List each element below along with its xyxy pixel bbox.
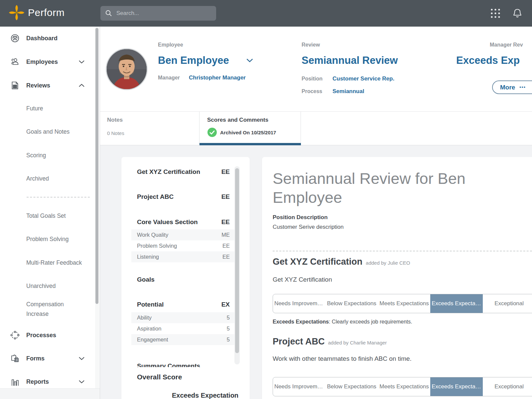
- sidebar-item-archived[interactable]: Archived: [0, 172, 94, 185]
- position-description-label: Position Description: [273, 214, 328, 221]
- sidebar-item-scoring[interactable]: Scoring: [0, 149, 94, 162]
- review-label: Review: [302, 42, 320, 48]
- sidebar-scrollbar[interactable]: [95, 27, 99, 388]
- section-title: Project ABC: [273, 336, 325, 346]
- score-row-label: Listening: [137, 254, 159, 260]
- score-subrow-problem-solving[interactable]: Problem Solving EE: [131, 240, 235, 251]
- active-tab-underline: [200, 143, 301, 145]
- sidebar-item-goals-and-notes[interactable]: Goals and Notes: [0, 125, 94, 138]
- manager-link[interactable]: Christopher Manager: [189, 74, 246, 81]
- apps-grid-icon[interactable]: [490, 8, 501, 19]
- score-row-core-values-section[interactable]: Core Values Section EE: [121, 218, 240, 228]
- score-row-summary-comments[interactable]: Summary Comments: [121, 362, 240, 367]
- scale-option-needs-improvement[interactable]: Needs Improvement: [273, 294, 326, 313]
- scale-option-meets-expectations[interactable]: Meets Expectations: [378, 294, 431, 313]
- score-subrow-work-quality[interactable]: Work Quality ME: [131, 229, 235, 240]
- sidebar-item-future[interactable]: Future: [0, 102, 94, 115]
- search-box[interactable]: [100, 6, 216, 21]
- sidebar: Dashboard Employees: [0, 27, 100, 399]
- score-summary-card: Get XYZ Certification EE Project ABC EE …: [121, 157, 250, 399]
- section-title: Get XYZ Certification: [273, 257, 362, 267]
- review-detail-title: Semiannual Review for Ben Employee: [273, 169, 485, 207]
- sidebar-item-label: Archived: [26, 175, 49, 182]
- score-row-get-xyz-certification[interactable]: Get XYZ Certification EE: [121, 168, 240, 178]
- score-row-value: 5: [227, 315, 230, 321]
- scale-option-exceptional[interactable]: Exceptional: [483, 377, 532, 396]
- employee-label: Employee: [158, 42, 183, 48]
- scale-option-needs-improvement[interactable]: Needs Improvement: [273, 377, 326, 396]
- score-row-goals[interactable]: Goals: [121, 276, 240, 286]
- sidebar-horizontal-scrollbar[interactable]: [0, 388, 100, 399]
- sidebar-item-reviews[interactable]: Reviews: [0, 79, 94, 92]
- tab-scores-and-comments[interactable]: Scores and Comments Archived On 10/25/20…: [200, 112, 301, 145]
- score-row-project-abc[interactable]: Project ABC EE: [121, 193, 240, 203]
- sidebar-item-label: Goals and Notes: [26, 128, 69, 135]
- process-link[interactable]: Semiannual: [332, 88, 364, 95]
- sidebar-item-label: Forms: [26, 355, 45, 362]
- manager-review-score-label: Manager Rev: [490, 42, 523, 48]
- sidebar-item-total-goals-set[interactable]: Total Goals Set: [0, 209, 94, 222]
- tab-notes[interactable]: Notes 0 Notes: [100, 112, 200, 145]
- score-row-label: Project ABC: [137, 193, 174, 203]
- score-subrow-aspiration[interactable]: Aspiration 5: [131, 323, 235, 334]
- score-row-potential[interactable]: Potential EX: [121, 301, 240, 311]
- score-row-value: EX: [221, 301, 230, 311]
- sidebar-item-multi-rater-feedback[interactable]: Multi-Rater Feedback: [0, 256, 94, 269]
- sidebar-scrollbar-thumb[interactable]: [95, 28, 98, 304]
- employee-name[interactable]: Ben Employee: [158, 55, 229, 66]
- scale-option-below-expectations[interactable]: Below Expectations: [326, 294, 378, 313]
- sidebar-item-employees[interactable]: Employees: [0, 55, 94, 68]
- scale-option-below-expectations[interactable]: Below Expectations: [326, 377, 378, 396]
- sidebar-item-compensation-increase[interactable]: Compensation Increase: [0, 299, 94, 319]
- score-row-label: Get XYZ Certification: [137, 168, 200, 178]
- tab-bar: Notes 0 Notes Scores and Comments Archiv…: [100, 112, 532, 145]
- sidebar-item-dashboard[interactable]: Dashboard: [0, 32, 94, 45]
- sidebar-item-label: Scoring: [26, 152, 46, 159]
- more-button[interactable]: More ⋯: [492, 80, 532, 94]
- score-list: Get XYZ Certification EE Project ABC EE …: [121, 157, 250, 367]
- dashboard-gauge-icon: [10, 34, 20, 43]
- topbar: Perform: [0, 0, 532, 27]
- sidebar-item-label: Multi-Rater Feedback: [26, 259, 82, 266]
- position-description-text: Customer Serive description: [273, 224, 344, 230]
- section-added-by: added by Julie CEO: [366, 260, 410, 266]
- position-label: Position: [302, 76, 323, 82]
- perform-flower-icon: [8, 4, 25, 21]
- sidebar-item-label: Processes: [26, 332, 56, 339]
- more-button-label: More: [500, 84, 515, 91]
- employee-chevron-down-icon[interactable]: [246, 59, 253, 63]
- scale-option-exceeds-expectations-selected[interactable]: Exceeds Expectations: [430, 294, 483, 313]
- score-row-value: EE: [222, 243, 230, 249]
- section-description: Work with other teammates to finish ABC …: [273, 355, 412, 362]
- sidebar-item-forms[interactable]: Forms: [0, 352, 94, 365]
- score-row-value: EE: [221, 193, 230, 203]
- position-link[interactable]: Customer Service Rep.: [332, 75, 394, 82]
- processes-icon: [10, 331, 20, 340]
- chevron-up-icon: [79, 84, 84, 87]
- section-added-by: added by Charlie Manager: [328, 340, 387, 345]
- sidebar-item-problem-solving[interactable]: Problem Solving: [0, 232, 94, 246]
- sidebar-item-processes[interactable]: Processes: [0, 329, 94, 342]
- review-detail-card: Semiannual Review for Ben Employee Posit…: [262, 157, 532, 399]
- scale-option-meets-expectations[interactable]: Meets Expectations: [378, 377, 431, 396]
- rating-scale-project-abc: Needs Improvement Below Expectations Mee…: [273, 377, 532, 396]
- sidebar-item-reports[interactable]: Reports: [0, 375, 94, 388]
- scale-option-exceptional[interactable]: Exceptional: [483, 294, 532, 313]
- review-header: Employee Ben Employee Manager Christophe…: [100, 27, 532, 112]
- employee-avatar: [106, 48, 148, 90]
- score-subrow-engagement[interactable]: Engagement 5: [131, 334, 235, 345]
- sidebar-item-unarchived[interactable]: Unarchived: [0, 279, 94, 293]
- score-subrow-ability[interactable]: Ability 5: [131, 312, 235, 323]
- brand-logo[interactable]: Perform: [8, 4, 65, 21]
- sidebar-item-label: Compensation Increase: [26, 300, 79, 319]
- score-list-scrollbar-thumb[interactable]: [235, 168, 239, 353]
- forms-puzzle-icon: [10, 354, 20, 363]
- selected-rating-description: Exceeds Expectations: Clearly exceeds jo…: [273, 319, 412, 325]
- search-input[interactable]: [116, 10, 203, 17]
- score-row-label: Summary Comments: [137, 362, 200, 367]
- sidebar-item-label: Total Goals Set: [26, 212, 66, 219]
- scale-option-exceeds-expectations-selected[interactable]: Exceeds Expectations: [430, 377, 483, 396]
- score-subrow-listening[interactable]: Listening EE: [131, 251, 235, 262]
- sidebar-item-label: Employees: [26, 59, 58, 66]
- bell-icon[interactable]: [512, 8, 523, 19]
